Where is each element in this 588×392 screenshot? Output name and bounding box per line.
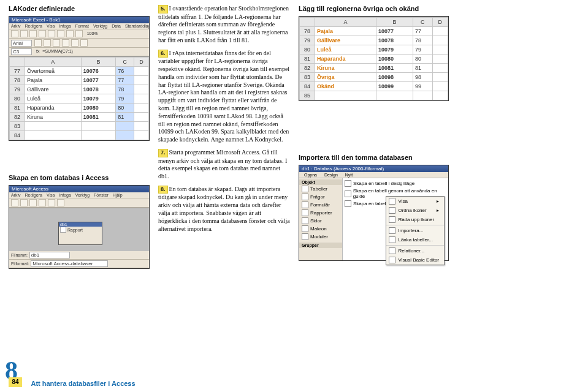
align-icon[interactable]	[80, 39, 88, 47]
menu-redigera[interactable]: Redigera	[25, 24, 42, 28]
cell[interactable]: 78	[413, 36, 432, 45]
col-header[interactable]: C	[116, 58, 134, 67]
row-header[interactable]: 80	[10, 94, 25, 104]
col-header[interactable]: C	[413, 18, 432, 27]
menu-arkiv[interactable]: Arkiv	[11, 193, 21, 197]
cell[interactable]: 10078	[376, 36, 413, 45]
underline-icon[interactable]	[53, 39, 60, 47]
cell[interactable]: Övriga	[315, 73, 376, 82]
cell[interactable]	[432, 64, 448, 73]
cell[interactable]: Gällivare	[315, 36, 376, 45]
menu-infoga[interactable]: Infoga	[59, 193, 71, 197]
ctx-importera[interactable]: Importera...	[386, 226, 444, 235]
row-header[interactable]: 83	[300, 73, 315, 82]
side-rapporter[interactable]: Rapporter	[299, 209, 342, 217]
menu-verktyg[interactable]: Verktyg	[75, 193, 90, 197]
toolbar-icon[interactable]	[29, 30, 37, 37]
cell[interactable]	[81, 131, 115, 140]
mini-window[interactable]: db1 Rapport	[58, 222, 102, 245]
col-header[interactable]: B	[81, 58, 115, 67]
cell[interactable]: Kiruna	[315, 64, 376, 73]
spreadsheet-grid-2[interactable]: A B C D 78Pajala1007777 79Gällivare10078…	[299, 17, 448, 100]
toolbar-icon[interactable]	[29, 199, 37, 206]
toolbar-icon[interactable]	[75, 30, 83, 37]
cell[interactable]	[376, 91, 413, 100]
menu-arkiv[interactable]: Arkiv	[11, 24, 21, 28]
cell[interactable]: 10080	[376, 55, 413, 64]
toolbar-icon[interactable]	[11, 199, 18, 206]
row-header[interactable]: 84	[10, 131, 25, 140]
cell[interactable]	[432, 36, 448, 45]
side-formular[interactable]: Formulär	[299, 201, 342, 209]
cell[interactable]	[25, 131, 82, 140]
cell[interactable]: Luleå	[315, 45, 376, 55]
cell[interactable]: 10099	[376, 82, 413, 91]
btn-nytt[interactable]: Nytt	[345, 173, 353, 177]
cell[interactable]	[116, 122, 134, 131]
name-box[interactable]: C3	[11, 48, 32, 55]
menu-diagram[interactable]: Standarddiagram	[125, 24, 149, 28]
cell[interactable]	[134, 113, 149, 122]
toolbar-icon[interactable]	[39, 30, 46, 37]
toolbar-icon[interactable]	[11, 30, 18, 37]
cell[interactable]: Pajala	[315, 27, 376, 36]
cell[interactable]: 78	[116, 85, 134, 94]
side-tabeller[interactable]: Tabeller	[299, 185, 342, 193]
cell[interactable]: 10077	[376, 27, 413, 36]
side-makron[interactable]: Makron	[299, 225, 342, 233]
row-header[interactable]: 84	[300, 82, 315, 91]
cell[interactable]	[134, 85, 149, 94]
row-header[interactable]: 79	[10, 85, 25, 94]
cell[interactable]: 81	[116, 113, 134, 122]
row-header[interactable]: 77	[10, 67, 25, 76]
row-header[interactable]: 81	[10, 104, 25, 113]
toolbar-icon[interactable]	[20, 30, 28, 37]
context-menu[interactable]: Visa▸ Ordna ikoner▸ Rada upp ikoner Impo…	[386, 196, 445, 265]
row-header[interactable]: 82	[10, 113, 25, 122]
menu-data[interactable]: Data	[112, 24, 121, 28]
row-header[interactable]: 78	[300, 27, 315, 36]
cell[interactable]: Haparanda	[25, 104, 82, 113]
cell[interactable]: Kiruna	[25, 113, 82, 122]
side-sidor[interactable]: Sidor	[299, 217, 342, 225]
corner-cell[interactable]	[10, 58, 25, 67]
toolbar-icon[interactable]	[66, 30, 74, 37]
menu-format[interactable]: Format	[75, 24, 89, 28]
cell[interactable]	[134, 94, 149, 104]
side-moduler[interactable]: Moduler	[299, 233, 342, 241]
cell[interactable]: 10079	[376, 45, 413, 55]
spreadsheet-grid[interactable]: A B C D 77Övertorneå1007676 78Pajala1007…	[9, 56, 149, 140]
filformat-select[interactable]: Microsoft Access-databaser	[31, 260, 108, 267]
cell[interactable]: 99	[413, 82, 432, 91]
row-header[interactable]: 80	[300, 45, 315, 55]
row-header[interactable]: 81	[300, 55, 315, 64]
mini-item[interactable]: Rapport	[67, 228, 83, 232]
menu-infoga[interactable]: Infoga	[59, 24, 71, 28]
cell[interactable]: 10080	[81, 104, 115, 113]
menu-fonster[interactable]: Fönster	[94, 193, 109, 197]
ctx-relationer[interactable]: Relationer...	[386, 246, 444, 255]
toolbar-icon[interactable]	[57, 30, 64, 37]
cell[interactable]	[134, 76, 149, 85]
btn-design[interactable]: Design	[324, 173, 338, 177]
cell[interactable]: 10077	[81, 76, 115, 85]
cell[interactable]: 10079	[81, 94, 115, 104]
formula-input[interactable]: =SUMMA(C7:1)	[42, 49, 73, 53]
ctx-visa[interactable]: Visa▸	[386, 197, 444, 206]
cell[interactable]	[432, 45, 448, 55]
row-header[interactable]: 83	[10, 122, 25, 131]
toolbar-icon[interactable]	[39, 199, 46, 206]
cell[interactable]	[134, 131, 149, 140]
row-header[interactable]: 82	[300, 64, 315, 73]
col-header[interactable]: D	[432, 18, 448, 27]
menu-redigera[interactable]: Redigera	[25, 193, 42, 197]
menu-verktyg[interactable]: Verktyg	[93, 24, 107, 28]
ctx-rada[interactable]: Rada upp ikoner	[386, 215, 444, 224]
cell[interactable]: 98	[413, 73, 432, 82]
cell[interactable]: 76	[116, 67, 134, 76]
cell[interactable]: 10081	[81, 113, 115, 122]
col-header[interactable]: A	[25, 58, 82, 67]
cell[interactable]	[134, 104, 149, 113]
cell[interactable]	[432, 73, 448, 82]
cell[interactable]: Luleå	[25, 94, 82, 104]
